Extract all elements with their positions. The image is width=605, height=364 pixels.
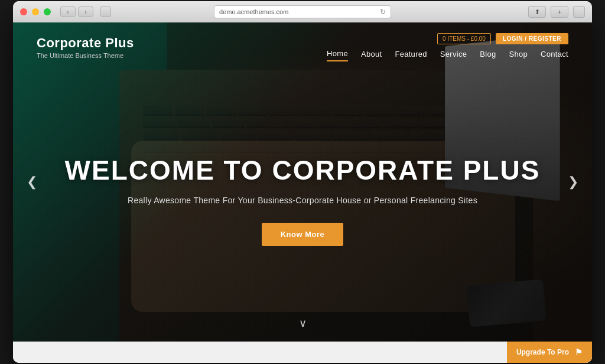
hero-subtitle: Really Awesome Theme For Your Business-C… [128, 196, 477, 205]
hero-title: WELCOME TO CORPORATE PLUS [65, 154, 541, 186]
scroll-down-indicator[interactable]: ∨ [299, 317, 307, 330]
logo-name: Corporate Plus [37, 35, 327, 51]
header-right: 0 ITEMS - £0.00 LOGIN / REGISTER Home Ab… [327, 33, 568, 61]
logo-tagline: The Ultimate Business Theme [37, 52, 327, 59]
website-content: Corporate Plus The Ultimate Business The… [13, 22, 592, 363]
titlebar: ‹ › demo.acmethemes.com ↻ ⬆ + [13, 1, 592, 22]
browser-actions: ⬆ + [528, 6, 585, 18]
address-text: demo.acmethemes.com [219, 8, 288, 15]
login-register-button[interactable]: LOGIN / REGISTER [496, 33, 568, 44]
forward-button[interactable]: › [78, 6, 93, 17]
share-button[interactable]: ⬆ [528, 6, 546, 18]
nav-contact[interactable]: Contact [541, 50, 568, 61]
add-tab-button[interactable]: + [551, 6, 568, 18]
bottom-bar: Upgrade To Pro ⚑ [13, 342, 592, 363]
minimize-button[interactable] [32, 8, 39, 15]
hero-section: Corporate Plus The Ultimate Business The… [13, 22, 592, 342]
header-top-actions: 0 ITEMS - £0.00 LOGIN / REGISTER [437, 33, 568, 44]
nav-featured[interactable]: Featured [395, 50, 427, 61]
upgrade-to-pro-button[interactable]: Upgrade To Pro ⚑ [507, 342, 592, 363]
site-header: Corporate Plus The Ultimate Business The… [13, 22, 592, 72]
close-button[interactable] [20, 8, 27, 15]
browser-window: ‹ › demo.acmethemes.com ↻ ⬆ + [13, 1, 592, 363]
upgrade-label: Upgrade To Pro [516, 348, 569, 356]
nav-home[interactable]: Home [327, 49, 348, 61]
nav-about[interactable]: About [361, 50, 382, 61]
carousel-next-button[interactable]: ❯ [562, 171, 584, 193]
back-button[interactable]: ‹ [60, 6, 76, 17]
site-logo: Corporate Plus The Ultimate Business The… [37, 35, 327, 59]
cart-badge[interactable]: 0 ITEMS - £0.00 [437, 33, 491, 44]
upgrade-icon: ⚑ [575, 347, 583, 357]
site-nav: Home About Featured Service Blog Shop Co… [327, 49, 568, 61]
carousel-prev-button[interactable]: ❮ [21, 171, 43, 193]
nav-service[interactable]: Service [440, 50, 467, 61]
refresh-icon[interactable]: ↻ [380, 8, 386, 16]
nav-blog[interactable]: Blog [480, 50, 496, 61]
address-bar[interactable]: demo.acmethemes.com ↻ [214, 5, 391, 18]
reader-button[interactable] [100, 6, 111, 17]
nav-shop[interactable]: Shop [509, 50, 528, 61]
maximize-button[interactable] [44, 8, 51, 15]
sidebar-toggle-button[interactable] [573, 6, 585, 18]
nav-buttons: ‹ › [60, 6, 93, 17]
hero-cta-button[interactable]: Know More [262, 223, 344, 246]
